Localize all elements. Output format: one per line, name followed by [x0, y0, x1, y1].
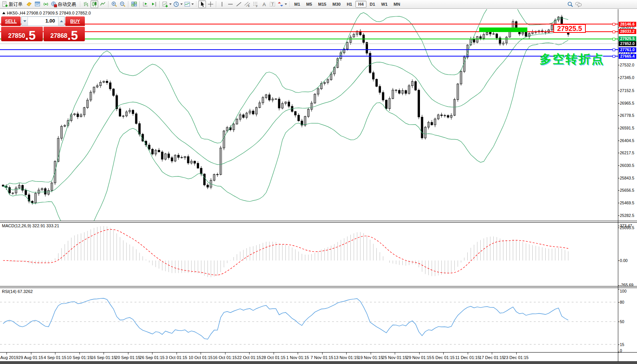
horizontal-level-line — [0, 39, 618, 39]
panel-separator[interactable] — [0, 222, 637, 223]
time-axis-tick — [177, 353, 177, 354]
chart-bars-button[interactable] — [82, 0, 90, 8]
vertical-line-button[interactable] — [218, 0, 226, 8]
text-button[interactable]: A — [260, 0, 268, 8]
toolbar: 新订单 自动交易 — [0, 0, 637, 9]
time-axis-label: 1 Nov 01:15 — [286, 355, 309, 360]
chart-candles-button[interactable] — [91, 0, 98, 8]
chart-line-button[interactable] — [99, 0, 107, 8]
channel-button[interactable]: E — [243, 0, 251, 8]
price-badge: 28033.2 — [619, 29, 636, 34]
chart-title: HK50-,H4 27908.0 27909.5 27849.0 27852.0 — [7, 11, 91, 15]
timeframe-h4[interactable]: H4 — [355, 1, 366, 8]
auto-trading-button[interactable]: 自动交易 — [50, 0, 78, 8]
timeframe-w1[interactable]: W1 — [379, 1, 391, 8]
data-window-button[interactable] — [34, 0, 41, 8]
new-chart-button[interactable] — [162, 0, 172, 8]
timeframe-m5[interactable]: M5 — [303, 1, 314, 8]
arrows-icon — [277, 1, 284, 7]
price-axis-label: 26965.5 — [620, 101, 634, 105]
time-axis-tick — [468, 353, 468, 354]
search-button[interactable] — [566, 0, 574, 8]
fibonacci-button[interactable]: F — [252, 0, 259, 8]
auto-scroll-button[interactable] — [142, 0, 149, 8]
indicators-button[interactable] — [184, 0, 194, 8]
trendline-button[interactable] — [235, 0, 243, 8]
timeframe-bar: M1M5M15M30H1H4D1W1MN — [291, 1, 403, 8]
timeframe-m30[interactable]: M30 — [330, 1, 343, 8]
crosshair-button[interactable] — [207, 0, 214, 8]
macd-label: MACD(12,26,9) 322.91 333.21 — [2, 223, 59, 228]
fibonacci-icon: F — [253, 1, 259, 7]
horizontal-line-icon — [227, 1, 233, 7]
chevron-down-icon — [169, 3, 172, 5]
rsi-axis-label: 80 — [620, 300, 624, 304]
chat-button[interactable] — [575, 0, 582, 8]
macd-axis-label: -265.69 — [620, 283, 634, 287]
sell-button[interactable]: 27850.5 — [1, 27, 43, 41]
toolbar-separator — [128, 1, 129, 8]
arrows-button[interactable] — [277, 0, 287, 8]
zoom-out-button[interactable] — [119, 0, 126, 8]
time-axis-label: 28 Oct 01:15 — [261, 355, 285, 360]
level-end-marker — [613, 38, 615, 40]
trendline-icon — [236, 1, 242, 7]
new-chart-icon — [162, 1, 168, 7]
time-axis-tick — [152, 353, 152, 354]
toolbar-separator — [139, 1, 140, 8]
mt4-window: 新订单 自动交易 — [0, 0, 637, 364]
time-axis-label: 4 Sep 01:15 — [44, 355, 66, 360]
cursor-button[interactable] — [198, 0, 206, 8]
buy-button[interactable]: 27868.5 — [44, 27, 85, 41]
text-label-button[interactable]: T — [269, 0, 276, 8]
line-chart-icon — [100, 1, 106, 7]
price-axis-label: 26778.5 — [620, 113, 634, 118]
time-axis-tick — [371, 353, 371, 354]
market-watch-icon — [26, 1, 32, 7]
one-click-toggle-icon[interactable] — [2, 12, 5, 14]
chart-shift-button[interactable] — [150, 0, 158, 8]
time-axis-tick — [322, 353, 323, 354]
svg-text:T: T — [271, 2, 274, 6]
zoom-in-button[interactable] — [110, 0, 118, 8]
timeframe-mn[interactable]: MN — [391, 1, 403, 8]
rsi-plot[interactable] — [0, 288, 618, 352]
sell-tab[interactable]: SELL — [1, 16, 21, 26]
buy-price-fraction: .5 — [67, 30, 78, 40]
timeframe-h1[interactable]: H1 — [344, 1, 355, 8]
time-axis-tick — [516, 353, 517, 354]
profiles-button[interactable] — [173, 0, 183, 8]
time-axis-tick — [79, 353, 80, 354]
time-axis-label: 16 Sep 01:15 — [91, 355, 116, 360]
panel-separator[interactable] — [0, 288, 637, 288]
timeframe-m1[interactable]: M1 — [292, 1, 303, 8]
volume-input[interactable]: 1.00 — [28, 17, 58, 26]
buy-tab[interactable]: BUY — [65, 16, 85, 26]
timeframe-m15[interactable]: M15 — [316, 1, 329, 8]
toolbar-grip — [196, 1, 197, 7]
panel-separator[interactable] — [0, 221, 637, 221]
timeframe-d1[interactable]: D1 — [367, 1, 378, 8]
signals-button[interactable] — [42, 0, 50, 8]
horizontal-level-line — [0, 24, 618, 24]
time-axis-label: 23 Aug 2019 — [0, 355, 18, 360]
macd-plot[interactable] — [0, 223, 618, 286]
macd-axis-label: 373.47 — [620, 223, 632, 228]
rsi-label: RSI(14) 67.3262 — [2, 289, 33, 294]
vertical-line-icon — [219, 1, 225, 7]
volume-decrease-button[interactable] — [22, 17, 28, 26]
panel-separator[interactable] — [0, 286, 637, 286]
price-axis-line — [618, 9, 618, 361]
main-chart-plot[interactable] — [0, 9, 618, 221]
sell-price-fraction: .5 — [25, 30, 36, 40]
market-watch-button[interactable] — [25, 0, 33, 8]
level-end-marker — [613, 23, 615, 26]
tile-windows-button[interactable] — [130, 0, 138, 8]
volume-increase-button[interactable] — [58, 17, 64, 26]
chart-window: 28093.027906.027719.027532.027345.027152… — [0, 9, 637, 362]
horizontal-line-button[interactable] — [227, 0, 234, 8]
new-order-button[interactable]: 新订单 — [2, 0, 24, 8]
toolbar-grip — [289, 1, 290, 7]
price-axis-label: 27345.0 — [620, 75, 634, 80]
chart-annotation: 多空转折点 — [540, 51, 605, 67]
